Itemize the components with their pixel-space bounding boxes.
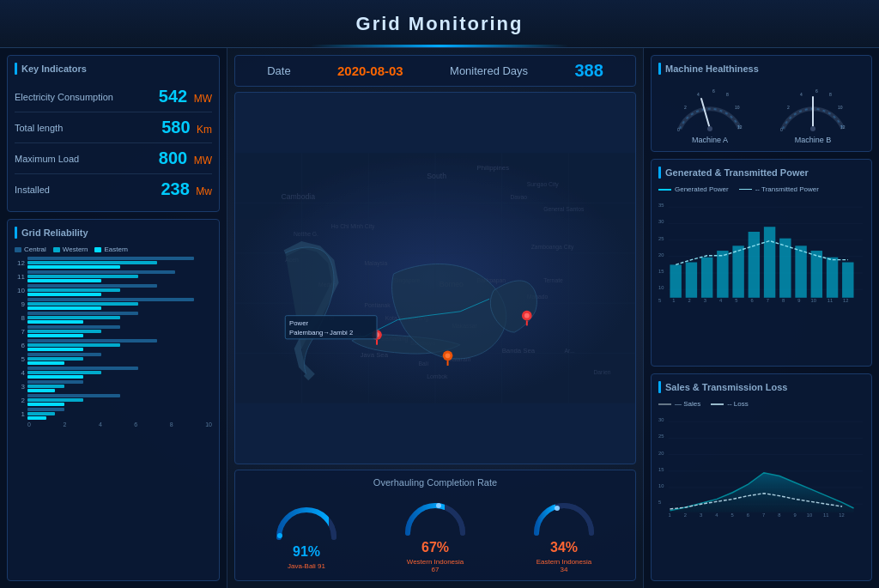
svg-text:12: 12 xyxy=(737,124,743,130)
monitored-label: Monitered Days xyxy=(450,64,528,77)
indicator-row-electricity: Electricity Consumption 542 MW xyxy=(15,82,212,112)
bar-western-8 xyxy=(27,316,120,319)
gauge-value-2: 67% xyxy=(421,540,449,555)
header: Grid Monitoring xyxy=(0,0,879,48)
svg-line-61 xyxy=(701,99,710,129)
bar-row-10: 10 xyxy=(15,284,212,296)
legend-dot-western xyxy=(53,247,60,252)
bar-central-3 xyxy=(27,380,83,384)
header-decoration xyxy=(311,45,568,47)
length-label: Total length xyxy=(15,123,63,133)
installed-unit: Mw xyxy=(196,185,212,197)
sales-chart-svg: 30 25 20 15 10 5 xyxy=(658,411,864,523)
bar-row-3: 3 xyxy=(15,380,212,392)
svg-text:9: 9 xyxy=(793,512,796,518)
gauge-svg-2 xyxy=(401,494,470,537)
electricity-unit: MW xyxy=(194,93,212,105)
svg-text:Palembang→Jambi 2: Palembang→Jambi 2 xyxy=(289,329,353,336)
page-title: Grid Monitoring xyxy=(356,13,524,35)
gauges-row: 91% Java-Bali 91 xyxy=(242,494,628,573)
svg-text:Pontianak: Pontianak xyxy=(364,302,391,308)
bar-row-6: 6 xyxy=(15,339,212,351)
svg-text:25: 25 xyxy=(658,236,664,241)
svg-text:15: 15 xyxy=(658,269,664,274)
svg-rect-101 xyxy=(811,251,822,298)
svg-text:Darien: Darien xyxy=(593,369,610,375)
bar-western-4 xyxy=(27,371,101,374)
bar-western-2 xyxy=(27,398,83,402)
bar-central-2 xyxy=(27,394,120,397)
svg-text:Notthe G.: Notthe G. xyxy=(294,231,318,237)
svg-text:11: 11 xyxy=(827,298,833,303)
svg-rect-95 xyxy=(717,251,728,298)
monitored-value: 388 xyxy=(574,61,603,81)
length-value: 580 xyxy=(161,118,190,136)
svg-text:6: 6 xyxy=(751,298,754,303)
bar-central-7 xyxy=(27,325,120,329)
svg-text:30: 30 xyxy=(658,219,664,224)
svg-rect-99 xyxy=(779,239,791,298)
machines-row: 0 2 4 6 8 10 12 Machine A xyxy=(658,82,864,144)
svg-text:9: 9 xyxy=(797,298,800,303)
gauge-svg-1 xyxy=(272,499,341,542)
svg-text:Bali: Bali xyxy=(419,361,429,367)
bar-eastern-12 xyxy=(27,265,120,269)
svg-rect-102 xyxy=(827,258,838,298)
length-unit: Km xyxy=(197,124,212,136)
legend-dot-eastern xyxy=(94,247,101,252)
svg-text:10: 10 xyxy=(735,105,740,110)
load-value: 800 xyxy=(159,149,187,167)
legend-line-loss xyxy=(711,403,724,405)
svg-text:Malaysia: Malaysia xyxy=(364,260,387,267)
svg-point-60 xyxy=(555,506,560,511)
svg-text:3: 3 xyxy=(700,512,702,518)
gauge-java-bali: 91% Java-Bali 91 xyxy=(272,499,341,570)
svg-text:General Santos: General Santos xyxy=(543,206,585,212)
map-container: Cambodia South Philippines Sungao City N… xyxy=(234,92,636,464)
svg-point-53 xyxy=(524,313,530,318)
bar-row-8: 8 xyxy=(15,312,212,324)
gauge-subtitle-1: Java-Bali 91 xyxy=(288,562,325,570)
svg-text:10: 10 xyxy=(838,105,843,110)
svg-text:15: 15 xyxy=(658,467,664,472)
speedometer-a: 0 2 4 6 8 10 12 xyxy=(671,82,749,133)
bar-eastern-1 xyxy=(27,416,46,420)
svg-text:5: 5 xyxy=(658,298,661,303)
svg-text:6: 6 xyxy=(747,512,749,518)
legend-western: Western xyxy=(53,246,88,253)
reliability-bar-chart: 121110987654321 xyxy=(15,257,212,420)
bar-central-8 xyxy=(27,312,138,315)
installed-value: 238 xyxy=(161,179,190,198)
bar-central-12 xyxy=(27,257,194,260)
bar-row-9: 9 xyxy=(15,298,212,310)
bar-row-7: 7 xyxy=(15,325,212,337)
svg-point-62 xyxy=(707,126,712,131)
svg-text:25: 25 xyxy=(658,433,664,439)
installed-label: Installed xyxy=(15,185,50,195)
svg-point-71 xyxy=(810,126,815,131)
key-indicators-title: Key Indicators xyxy=(15,63,212,75)
electricity-label: Electricity Consumption xyxy=(15,92,113,102)
bar-eastern-11 xyxy=(27,279,101,282)
sales-chart-title: Sales & Transmission Loss xyxy=(658,381,864,393)
bar-eastern-7 xyxy=(27,334,83,337)
bar-eastern-9 xyxy=(27,306,101,310)
svg-rect-94 xyxy=(701,258,712,298)
svg-text:Ternate: Ternate xyxy=(543,277,563,283)
indicator-row-length: Total length 580 Km xyxy=(15,112,212,143)
reliability-legend: Central Western Eastern xyxy=(15,246,212,253)
legend-generated: Generated Power xyxy=(658,185,729,193)
svg-text:Cambodia: Cambodia xyxy=(281,192,315,201)
map-svg: Cambodia South Philippines Sungao City N… xyxy=(235,93,635,464)
bar-eastern-2 xyxy=(27,403,64,406)
gauge-value-3: 34% xyxy=(550,540,578,555)
svg-text:4: 4 xyxy=(719,298,723,303)
svg-text:2: 2 xyxy=(684,512,687,518)
svg-text:8: 8 xyxy=(829,92,832,97)
svg-text:0: 0 xyxy=(780,127,783,132)
left-panel: Key Indicators Electricity Consumption 5… xyxy=(0,48,227,588)
bar-central-6 xyxy=(27,339,157,342)
bar-row-4: 4 xyxy=(15,367,212,379)
svg-text:35: 35 xyxy=(658,203,664,208)
bar-western-1 xyxy=(27,412,55,415)
